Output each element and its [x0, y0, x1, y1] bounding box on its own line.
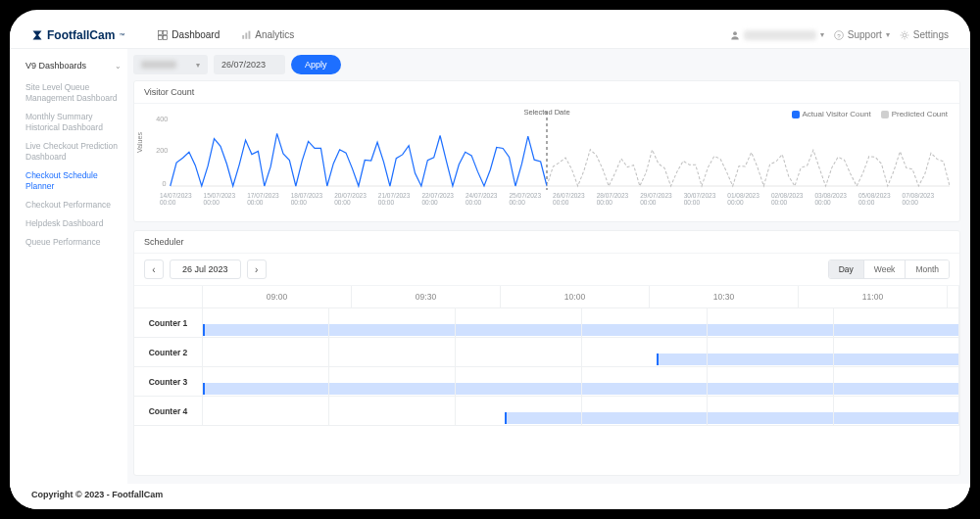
nav-analytics-label: Analytics — [255, 29, 294, 40]
time-header: 09:00 — [203, 286, 352, 308]
selected-date-label: Selected Date — [523, 108, 569, 117]
bar-chart-icon — [241, 30, 251, 40]
counter-track — [203, 338, 959, 367]
scheduler-toolbar: ‹ 26 Jul 2023 › Day Week Month — [134, 254, 959, 286]
gridline — [328, 367, 329, 396]
x-axis-ticks: 14/07/2023 00:0015/07/2023 00:0017/07/20… — [144, 190, 950, 206]
chart-legend: Actual Visitor Count Predicted Count — [792, 110, 948, 118]
top-bar: FootfallCam ™ Dashboard Analytics ▾ ? — [10, 22, 970, 49]
x-tick: 22/07/2023 00:00 — [421, 192, 466, 206]
sidebar-item[interactable]: Queue Performance — [25, 233, 127, 252]
scheduler-title: Scheduler — [134, 231, 959, 254]
grid-edge — [948, 286, 959, 308]
site-selector-value-redacted — [141, 61, 176, 69]
x-tick: 01/08/2023 00:00 — [727, 192, 771, 206]
x-tick: 29/07/2023 00:00 — [640, 192, 684, 206]
settings-label: Settings — [913, 29, 949, 40]
top-right: ▾ ? Support ▾ Settings — [730, 29, 949, 40]
time-header: 11:00 — [799, 286, 948, 308]
x-tick: 02/08/2023 00:00 — [771, 192, 815, 206]
svg-text:0: 0 — [162, 180, 166, 188]
counter-label: Counter 4 — [134, 397, 203, 426]
time-header: 10:30 — [650, 286, 799, 308]
scheduler-date-label: 26 Jul 2023 — [182, 264, 228, 274]
gridline — [581, 338, 582, 366]
logo-icon — [31, 29, 43, 41]
view-segment: Day Week Month — [828, 260, 950, 279]
sidebar-heading[interactable]: V9 Dashboards ⌄ — [20, 57, 127, 74]
counter-label: Counter 2 — [134, 338, 203, 367]
gridline — [581, 397, 582, 425]
view-month[interactable]: Month — [905, 260, 949, 278]
question-icon: ? — [834, 30, 844, 40]
sidebar-item[interactable]: Checkout Schedule Planner — [25, 166, 127, 196]
date-input[interactable]: 26/07/2023 — [214, 55, 285, 74]
svg-point-7 — [733, 31, 737, 35]
top-nav: Dashboard Analytics — [150, 25, 302, 44]
nav-dashboard[interactable]: Dashboard — [150, 25, 227, 44]
sidebar-item[interactable]: Live Checkout Prediction Dashboard — [25, 137, 127, 166]
view-week[interactable]: Week — [863, 260, 906, 278]
time-header: 09:30 — [352, 286, 501, 308]
brand-tm: ™ — [119, 32, 124, 38]
main: ▾ 26/07/2023 Apply Visitor Count Selecte… — [127, 49, 970, 484]
date-value: 26/07/2023 — [221, 60, 266, 70]
gridline — [833, 367, 834, 396]
svg-rect-6 — [249, 30, 251, 38]
svg-text:200: 200 — [156, 147, 168, 155]
gridline — [455, 308, 456, 337]
scheduler-date[interactable]: 26 Jul 2023 — [170, 260, 241, 279]
counter-track — [203, 397, 959, 426]
sidebar: V9 Dashboards ⌄ Site Level Queue Managem… — [10, 49, 127, 484]
legend-predicted: Predicted Count — [881, 110, 948, 118]
sidebar-item[interactable]: Monthly Summary Historical Dashboard — [25, 108, 127, 137]
svg-point-10 — [903, 33, 906, 37]
chart-area: Selected Date Actual Visitor Count Predi… — [134, 104, 959, 221]
chevron-down-icon: ▾ — [820, 30, 824, 39]
svg-rect-2 — [159, 35, 163, 39]
brand-logo: FootfallCam ™ — [31, 28, 124, 42]
x-tick: 14/07/2023 00:00 — [160, 192, 204, 206]
chevron-down-icon: ▾ — [886, 30, 890, 39]
schedule-bar[interactable] — [505, 412, 958, 424]
x-tick: 18/07/2023 00:00 — [291, 192, 335, 206]
chevron-down-icon: ▾ — [196, 61, 200, 70]
visitor-count-card: Visitor Count Selected Date Actual Visit… — [133, 80, 960, 222]
apply-button[interactable]: Apply — [291, 55, 341, 74]
schedule-bar[interactable] — [657, 354, 958, 365]
svg-rect-5 — [246, 32, 248, 38]
x-tick: 07/08/2023 00:00 — [903, 192, 947, 206]
svg-rect-0 — [159, 30, 163, 34]
chart-title: Visitor Count — [134, 81, 959, 104]
gridline — [328, 338, 329, 366]
user-menu[interactable]: ▾ — [730, 30, 824, 40]
next-button[interactable]: › — [247, 260, 267, 279]
chevron-right-icon: › — [255, 264, 258, 275]
x-tick: 21/07/2023 00:00 — [378, 192, 422, 206]
view-day[interactable]: Day — [829, 260, 863, 278]
gridline — [707, 338, 708, 366]
counter-track — [203, 367, 959, 397]
gridline — [455, 367, 456, 396]
site-selector[interactable]: ▾ — [133, 55, 208, 74]
gridline — [328, 308, 329, 337]
x-tick: 15/07/2023 00:00 — [204, 192, 248, 206]
time-header: 10:00 — [501, 286, 650, 308]
user-name-redacted — [744, 30, 816, 40]
nav-analytics[interactable]: Analytics — [233, 25, 302, 44]
y-axis-label: Values — [136, 132, 143, 153]
support-link[interactable]: ? Support ▾ — [834, 29, 890, 40]
svg-text:?: ? — [837, 31, 841, 38]
svg-rect-3 — [164, 35, 168, 39]
settings-link[interactable]: Settings — [900, 29, 949, 40]
sidebar-item[interactable]: Site Level Queue Management Dashboard — [25, 78, 127, 108]
gridline — [833, 338, 834, 366]
legend-swatch-blue — [792, 111, 800, 118]
sidebar-item[interactable]: Helpdesk Dashboard — [25, 214, 127, 233]
legend-swatch-grey — [881, 111, 889, 118]
sidebar-item[interactable]: Checkout Performance — [25, 196, 127, 214]
x-tick: 20/07/2023 00:00 — [334, 192, 378, 206]
prev-button[interactable]: ‹ — [144, 260, 164, 279]
x-tick: 17/07/2023 00:00 — [247, 192, 291, 206]
sidebar-heading-label: V9 Dashboards — [25, 61, 86, 71]
